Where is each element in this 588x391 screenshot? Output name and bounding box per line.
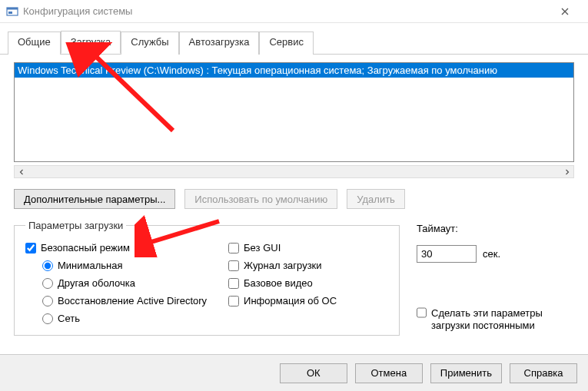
osinfo-checkbox[interactable]	[228, 296, 239, 307]
flags-column: Без GUI Журнал загрузки Базовое видео Ин…	[228, 242, 337, 324]
bootlog-checkbox[interactable]	[228, 260, 239, 271]
tab-tools[interactable]: Сервис	[259, 31, 314, 55]
safeboot-checkbox[interactable]	[25, 243, 36, 253]
svg-rect-2	[8, 12, 12, 14]
basevideo-label: Базовое видео	[244, 277, 313, 289]
scroll-right-icon[interactable]	[560, 166, 573, 177]
titlebar: Конфигурация системы	[0, 0, 588, 23]
lower-area: Параметры загрузки Безопасный режим Мини…	[14, 220, 574, 336]
boot-buttons-row: Дополнительные параметры... Использовать…	[14, 189, 574, 209]
dsrepair-radio[interactable]	[42, 296, 53, 307]
svg-rect-1	[7, 8, 18, 10]
nogui-checkbox[interactable]	[228, 243, 239, 253]
tab-boot[interactable]: Загрузка	[61, 31, 121, 54]
osinfo-label: Информация об ОС	[244, 295, 337, 307]
boot-entry[interactable]: Windows Technical Preview (C:\Windows) :…	[15, 63, 573, 78]
bootlog-label: Журнал загрузки	[244, 260, 321, 271]
tab-content: Windows Technical Preview (C:\Windows) :…	[0, 55, 588, 343]
app-icon	[6, 5, 18, 18]
boot-options-legend: Параметры загрузки	[25, 220, 126, 231]
boot-entries-list[interactable]: Windows Technical Preview (C:\Windows) :…	[14, 62, 574, 162]
timeout-input[interactable]	[417, 245, 477, 263]
minimal-label: Минимальная	[58, 260, 123, 271]
timeout-label: Таймаут:	[417, 223, 574, 234]
close-button[interactable]	[547, 0, 582, 23]
minimal-radio[interactable]	[42, 260, 53, 271]
boot-options-fieldset: Параметры загрузки Безопасный режим Мини…	[14, 220, 400, 336]
dialog-footer: ОК Отмена Применить Справка	[0, 354, 588, 391]
help-button[interactable]: Справка	[510, 363, 577, 383]
ok-button[interactable]: ОК	[280, 363, 347, 383]
tab-row: Общие Загрузка Службы Автозагрузка Серви…	[0, 23, 588, 55]
scroll-left-icon[interactable]	[15, 166, 28, 177]
safeboot-label: Безопасный режим	[41, 242, 130, 253]
persist-checkbox[interactable]	[417, 307, 427, 318]
horizontal-scrollbar[interactable]	[14, 165, 574, 178]
persist-label: Сделать эти параметры загрузки постоянны…	[431, 307, 574, 333]
timeout-suffix: сек.	[483, 248, 500, 260]
nogui-label: Без GUI	[244, 242, 281, 253]
advanced-options-button[interactable]: Дополнительные параметры...	[14, 189, 175, 209]
safeboot-column: Безопасный режим Минимальная Другая обол…	[25, 242, 207, 324]
tab-general[interactable]: Общие	[8, 31, 61, 55]
tab-services[interactable]: Службы	[121, 31, 178, 55]
delete-button: Удалить	[347, 189, 405, 209]
altshell-radio[interactable]	[42, 278, 53, 289]
tab-startup[interactable]: Автозагрузка	[179, 31, 260, 55]
dsrepair-label: Восстановление Active Directory	[58, 295, 207, 307]
altshell-label: Другая оболочка	[58, 277, 135, 289]
cancel-button[interactable]: Отмена	[355, 363, 423, 383]
basevideo-checkbox[interactable]	[228, 278, 239, 289]
network-radio[interactable]	[42, 313, 53, 324]
set-default-button: Использовать по умолчанию	[184, 189, 337, 209]
right-column: Таймаут: сек. Сделать эти параметры загр…	[417, 220, 574, 336]
window-title: Конфигурация системы	[23, 5, 547, 17]
apply-button[interactable]: Применить	[430, 363, 502, 383]
network-label: Сеть	[58, 313, 80, 324]
